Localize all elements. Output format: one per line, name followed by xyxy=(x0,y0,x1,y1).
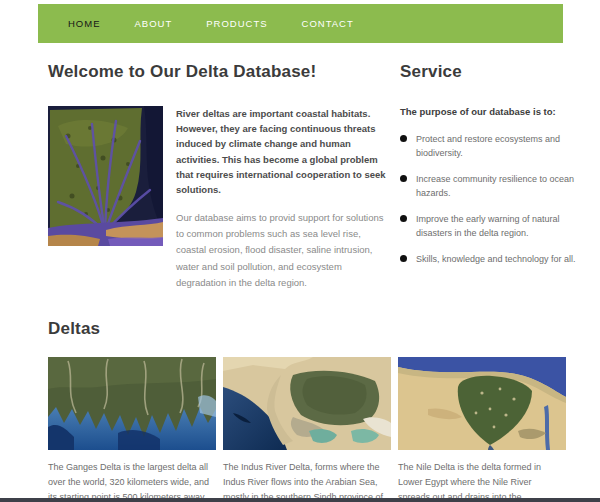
delta-card-ganges: The Ganges Delta is the largest delta al… xyxy=(48,357,216,502)
delta-cards-row: The Ganges Delta is the largest delta al… xyxy=(48,357,585,502)
service-item-text: Protect and restore ecosystems and biodi… xyxy=(416,133,585,161)
nav-item-contact[interactable]: CONTACT xyxy=(302,18,354,29)
welcome-section: Welcome to Our Delta Database! xyxy=(48,62,388,291)
bullet-icon xyxy=(400,175,407,182)
nav-item-products[interactable]: PRODUCTS xyxy=(206,18,267,29)
lena-delta-satellite-image xyxy=(48,106,163,246)
ganges-delta-image xyxy=(48,357,216,450)
service-item-text: Improve the early warning of natural dis… xyxy=(416,213,585,241)
service-list-item: Protect and restore ecosystems and biodi… xyxy=(400,133,585,161)
indus-delta-image xyxy=(223,357,391,450)
nile-delta-description: The Nile Delta is the delta formed in Lo… xyxy=(398,460,566,502)
service-list-item: Increase community resilience to ocean h… xyxy=(400,173,585,201)
nile-delta-image xyxy=(398,357,566,450)
footer-strip xyxy=(0,498,600,502)
top-row: Welcome to Our Delta Database! xyxy=(48,62,585,291)
service-title: Service xyxy=(400,62,585,82)
service-section: Service The purpose of our database is t… xyxy=(400,62,585,291)
main-content: Welcome to Our Delta Database! xyxy=(48,62,585,502)
deltas-title: Deltas xyxy=(48,319,585,339)
welcome-text: River deltas are important coastal habit… xyxy=(176,106,388,291)
bullet-icon xyxy=(400,255,407,262)
delta-card-indus: The Indus River Delta, forms where the I… xyxy=(223,357,391,502)
service-item-text: Increase community resilience to ocean h… xyxy=(416,173,585,201)
top-navbar: HOME ABOUT PRODUCTS CONTACT xyxy=(38,4,563,43)
service-list-item: Skills, knowledge and technology for all… xyxy=(400,253,585,267)
delta-card-nile: The Nile Delta is the delta formed in Lo… xyxy=(398,357,566,502)
bullet-icon xyxy=(400,135,407,142)
welcome-paragraph-bold: River deltas are important coastal habit… xyxy=(176,106,388,197)
nav-item-about[interactable]: ABOUT xyxy=(135,18,173,29)
service-list: Protect and restore ecosystems and biodi… xyxy=(400,133,585,267)
deltas-section: Deltas xyxy=(48,319,585,502)
bullet-icon xyxy=(400,215,407,222)
welcome-title: Welcome to Our Delta Database! xyxy=(48,62,388,82)
nav-item-home[interactable]: HOME xyxy=(68,18,101,29)
welcome-paragraph-normal: Our database aims to provid support for … xyxy=(176,210,388,291)
service-intro: The purpose of our database is to: xyxy=(400,106,585,117)
ganges-delta-description: The Ganges Delta is the largest delta al… xyxy=(48,460,216,502)
service-list-item: Improve the early warning of natural dis… xyxy=(400,213,585,241)
indus-delta-description: The Indus River Delta, forms where the I… xyxy=(223,460,391,502)
service-item-text: Skills, knowledge and technology for all… xyxy=(416,253,576,267)
